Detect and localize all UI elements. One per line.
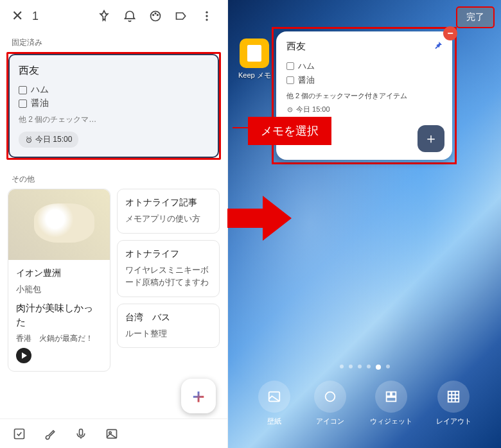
note-card[interactable]: オトナライフ ワイヤレスミニキーボード原稿が打てますわ xyxy=(117,240,220,297)
reminder-chip: 今日 15:00 xyxy=(286,105,442,114)
note-title: 西友 xyxy=(19,64,209,78)
pin-icon[interactable] xyxy=(92,4,116,28)
keep-app-icon xyxy=(240,39,269,68)
note-title: オトナライフ xyxy=(125,248,211,260)
more-icon[interactable] xyxy=(195,4,218,28)
alarm-icon xyxy=(25,136,33,144)
icon-icon xyxy=(323,390,337,404)
wallpaper-icon xyxy=(267,390,281,404)
svg-point-3 xyxy=(157,15,159,16)
svg-point-1 xyxy=(153,15,154,16)
checklist-item: 醤油 xyxy=(286,74,442,86)
dock-label: アイコン xyxy=(316,417,344,425)
app-label: Keep メモ xyxy=(238,71,271,80)
pinned-section-label: 固定済み xyxy=(0,32,227,52)
note-body: メモアプリの使い方 xyxy=(125,212,211,225)
label-icon[interactable] xyxy=(170,4,193,28)
svg-point-6 xyxy=(206,19,207,21)
alarm-icon xyxy=(286,106,294,113)
dock-icon[interactable]: アイコン xyxy=(314,381,346,426)
checklist-item: ハム xyxy=(19,84,209,96)
widget-more-items: 他 2 個のチェックマーク付きアイテム xyxy=(286,91,442,101)
reminder-icon[interactable] xyxy=(118,4,141,28)
widget-title: 西友 xyxy=(286,40,442,53)
svg-rect-18 xyxy=(448,392,459,402)
checklist-item: 醤油 xyxy=(19,98,209,109)
note-title: オトナライフ記事 xyxy=(125,197,211,209)
svg-point-14 xyxy=(325,392,335,402)
selection-toolbar: ✕ 1 xyxy=(0,0,227,32)
brush-icon[interactable] xyxy=(44,427,57,440)
checkbox-icon xyxy=(19,99,27,108)
play-icon[interactable] xyxy=(16,348,31,363)
dock-label: ウィジェット xyxy=(370,417,412,425)
widget-icon xyxy=(384,390,398,404)
close-icon[interactable]: ✕ xyxy=(9,5,26,27)
note-body: 小籠包 xyxy=(16,283,102,296)
checkbox-icon xyxy=(19,86,27,94)
svg-rect-16 xyxy=(391,392,395,396)
note-title: 台湾 バス xyxy=(125,312,211,323)
note-body: 肉汁が美味しかった xyxy=(16,301,102,330)
note-body: 香港 火鍋が最高だ！ xyxy=(16,332,102,344)
customize-dock: 壁紙 アイコン ウィジェット レイアウト xyxy=(228,381,501,426)
note-body: ワイヤレスミニキーボード原稿が打てますわ xyxy=(125,264,211,289)
notes-grid: イオン豊洲 小籠包 肉汁が美味しかった 香港 火鍋が最高だ！ オトナライフ記事 … xyxy=(0,189,227,372)
image-icon[interactable] xyxy=(105,427,118,440)
done-button[interactable]: 完了 xyxy=(456,6,495,28)
dock-label: レイアウト xyxy=(436,417,471,425)
bottom-toolbar xyxy=(0,418,227,448)
dock-widget[interactable]: ウィジェット xyxy=(370,381,412,426)
svg-rect-15 xyxy=(386,392,390,396)
keep-app-shortcut[interactable]: Keep メモ xyxy=(238,39,271,80)
plus-icon: ＋ xyxy=(189,383,208,409)
svg-rect-9 xyxy=(80,429,83,435)
checklist-icon[interactable] xyxy=(13,427,26,440)
note-card[interactable]: オトナライフ記事 メモアプリの使い方 xyxy=(117,189,220,234)
annotation-select-memo: メモを選択 xyxy=(248,117,331,145)
palette-icon[interactable] xyxy=(144,4,167,28)
reminder-chip: 今日 15:00 xyxy=(19,132,78,148)
new-note-fab[interactable]: ＋ xyxy=(181,379,216,413)
svg-rect-17 xyxy=(386,397,396,401)
layout-icon xyxy=(446,390,461,404)
svg-point-5 xyxy=(206,15,207,17)
note-card[interactable]: 台湾 バス ルート整理 xyxy=(117,304,220,349)
arrow-annotation xyxy=(227,193,292,244)
mic-icon[interactable] xyxy=(75,427,87,440)
dock-wallpaper[interactable]: 壁紙 xyxy=(258,381,290,426)
note-card[interactable]: イオン豊洲 小籠包 肉汁が美味しかった 香港 火鍋が最高だ！ xyxy=(8,189,110,372)
dock-layout[interactable]: レイアウト xyxy=(436,381,471,426)
page-indicator xyxy=(228,365,501,370)
svg-point-2 xyxy=(155,13,156,14)
note-more-items: 他 2 個のチェックマ… xyxy=(19,114,209,125)
checklist-item: ハム xyxy=(286,60,442,72)
selection-count: 1 xyxy=(32,10,39,23)
svg-rect-8 xyxy=(15,429,24,438)
dock-label: 壁紙 xyxy=(267,417,281,425)
others-section-label: その他 xyxy=(0,169,227,189)
checkbox-icon xyxy=(286,62,294,70)
note-card-selected[interactable]: 西友 ハム 醤油 他 2 個のチェックマ… 今日 15:00 xyxy=(8,54,219,158)
add-note-button[interactable]: ＋ xyxy=(418,125,444,152)
svg-point-4 xyxy=(206,12,207,13)
checkbox-icon xyxy=(286,76,294,84)
keep-selection-screen: ✕ 1 固定済み 西友 ハム 醤油 他 2 個のチェックマ… 今日 15:00 … xyxy=(0,0,228,448)
note-image xyxy=(8,189,110,260)
note-body: ルート整理 xyxy=(125,327,211,340)
pin-icon xyxy=(433,40,443,51)
note-title: イオン豊洲 xyxy=(16,268,102,279)
remove-widget-icon[interactable]: − xyxy=(443,26,457,40)
